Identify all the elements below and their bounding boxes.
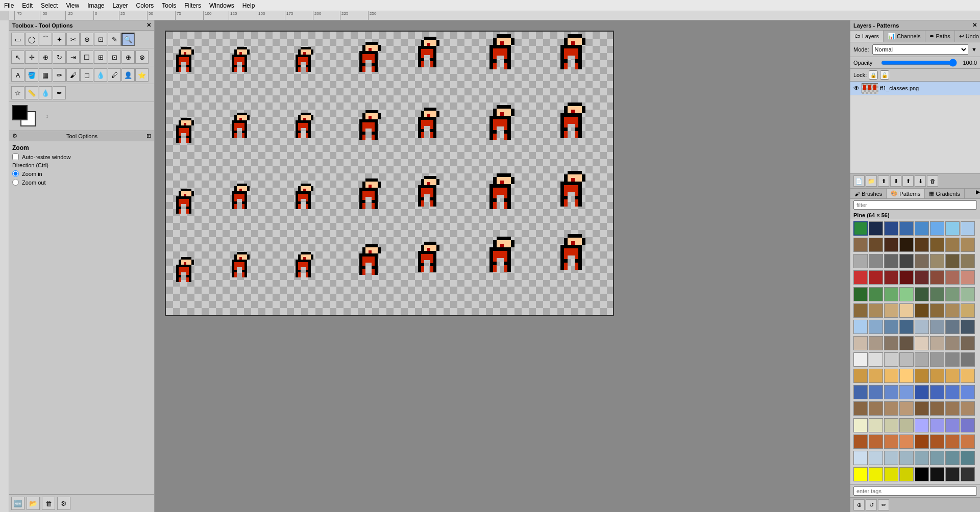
pattern-swatch[interactable] xyxy=(915,434,929,449)
pattern-swatch[interactable] xyxy=(869,221,883,236)
tab-layers[interactable]: 🗂 Layers xyxy=(850,31,884,42)
tool-options-expand[interactable]: ⊞ xyxy=(146,133,151,139)
pattern-swatch[interactable] xyxy=(853,320,868,334)
pattern-swatch[interactable] xyxy=(945,369,960,383)
tool-ellipse-select[interactable]: ◯ xyxy=(25,33,38,46)
pattern-swatch[interactable] xyxy=(961,336,975,350)
pattern-swatch[interactable] xyxy=(899,434,914,449)
pattern-swatch[interactable] xyxy=(945,467,960,481)
pattern-swatch[interactable] xyxy=(945,451,960,465)
pattern-swatch[interactable] xyxy=(945,287,960,301)
pattern-swatch[interactable] xyxy=(930,287,944,301)
pattern-swatch[interactable] xyxy=(884,303,898,318)
pattern-swatch[interactable] xyxy=(869,434,883,449)
pattern-swatch[interactable] xyxy=(853,369,868,383)
pattern-swatch[interactable] xyxy=(884,254,898,268)
pattern-swatch[interactable] xyxy=(869,401,883,416)
tool-scale[interactable]: ⇥ xyxy=(66,50,80,64)
tool-paths[interactable]: ✒ xyxy=(53,86,66,99)
tool-gradient[interactable]: ▦ xyxy=(39,68,52,82)
pattern-swatch[interactable] xyxy=(884,401,898,416)
pattern-swatch[interactable] xyxy=(884,369,898,383)
auto-resize-checkbox[interactable] xyxy=(12,153,19,160)
pattern-swatch[interactable] xyxy=(853,401,868,416)
pattern-swatch[interactable] xyxy=(930,320,944,334)
menu-select[interactable]: Select xyxy=(37,1,62,10)
foreground-color-swatch[interactable] xyxy=(12,105,28,120)
preferences-button[interactable]: ⚙ xyxy=(57,497,70,510)
pattern-swatch[interactable] xyxy=(869,287,883,301)
pattern-swatch[interactable] xyxy=(869,467,883,481)
pattern-swatch[interactable] xyxy=(915,238,929,252)
pattern-swatch[interactable] xyxy=(884,467,898,481)
tool-free-select[interactable]: ⌒ xyxy=(39,33,52,46)
pattern-swatch[interactable] xyxy=(945,385,960,399)
tool-crop[interactable]: ⊕ xyxy=(39,50,52,64)
pattern-swatch[interactable] xyxy=(884,418,898,432)
pattern-swatch[interactable] xyxy=(915,352,929,367)
pattern-swatch[interactable] xyxy=(945,320,960,334)
tool-ink[interactable]: 🖊 xyxy=(108,68,121,82)
pattern-swatch[interactable] xyxy=(961,320,975,334)
pattern-swatch[interactable] xyxy=(930,336,944,350)
pattern-swatch[interactable] xyxy=(930,270,944,285)
pattern-swatch[interactable] xyxy=(869,254,883,268)
tool-clone2[interactable]: 👤 xyxy=(121,68,135,82)
opacity-slider[interactable] xyxy=(881,59,957,66)
pattern-swatch[interactable] xyxy=(915,221,929,236)
pattern-swatch[interactable] xyxy=(961,287,975,301)
tab-brushes[interactable]: 🖌 Brushes xyxy=(850,189,887,198)
menu-view[interactable]: View xyxy=(62,1,83,10)
pattern-swatch[interactable] xyxy=(930,401,944,416)
pattern-swatch[interactable] xyxy=(853,467,868,481)
duplicate-layer-button[interactable]: ⬆ xyxy=(902,175,914,187)
pattern-swatch[interactable] xyxy=(961,385,975,399)
tool-foreground-select[interactable]: ⊡ xyxy=(94,33,107,46)
pattern-refresh-button[interactable]: ↺ xyxy=(866,499,877,510)
pattern-swatch[interactable] xyxy=(869,320,883,334)
pattern-swatch[interactable] xyxy=(961,369,975,383)
pattern-swatch[interactable] xyxy=(915,254,929,268)
pattern-swatch[interactable] xyxy=(915,385,929,399)
menu-layer[interactable]: Layer xyxy=(109,1,132,10)
layer-item[interactable]: 👁 ff1_classes.png xyxy=(850,82,980,95)
pattern-swatch[interactable] xyxy=(899,287,914,301)
tool-measure[interactable]: 📏 xyxy=(25,86,38,99)
pattern-swatch[interactable] xyxy=(853,418,868,432)
zoom-in-radio[interactable] xyxy=(12,170,19,177)
pattern-swatch[interactable] xyxy=(853,221,868,236)
lock-pixels-button[interactable]: 🔒 xyxy=(869,70,878,80)
canvas-area[interactable] xyxy=(155,20,850,512)
tool-rect-select[interactable]: ▭ xyxy=(11,33,24,46)
pattern-swatch[interactable] xyxy=(961,467,975,481)
pattern-swatch[interactable] xyxy=(853,434,868,449)
pattern-swatch[interactable] xyxy=(899,238,914,252)
pattern-swatch[interactable] xyxy=(869,352,883,367)
tab-gradients[interactable]: ▦ Gradients xyxy=(925,189,965,198)
tab-paths[interactable]: ✒ Paths xyxy=(925,31,955,42)
pattern-swatch[interactable] xyxy=(945,336,960,350)
pattern-filter-input[interactable] xyxy=(853,200,977,210)
menu-image[interactable]: Image xyxy=(83,1,108,10)
tool-clone[interactable]: ⊕ xyxy=(121,50,135,64)
pattern-swatch[interactable] xyxy=(961,451,975,465)
pattern-swatch[interactable] xyxy=(899,451,914,465)
pattern-swatch[interactable] xyxy=(853,451,868,465)
pattern-swatch[interactable] xyxy=(945,434,960,449)
pattern-swatch[interactable] xyxy=(899,369,914,383)
pattern-swatch[interactable] xyxy=(853,238,868,252)
pattern-swatch[interactable] xyxy=(915,418,929,432)
tool-colorpicker[interactable]: 💧 xyxy=(39,86,52,99)
pattern-swatch[interactable] xyxy=(915,336,929,350)
tool-perspective[interactable]: ⊞ xyxy=(94,50,107,64)
pattern-swatch[interactable] xyxy=(930,434,944,449)
zoom-out-radio[interactable] xyxy=(12,179,19,186)
pattern-swatch[interactable] xyxy=(884,320,898,334)
tool-smudge[interactable]: ⭐ xyxy=(135,68,149,82)
pattern-swatch[interactable] xyxy=(899,467,914,481)
pattern-swatch[interactable] xyxy=(945,401,960,416)
pattern-swatch[interactable] xyxy=(884,238,898,252)
pattern-swatch[interactable] xyxy=(945,270,960,285)
pattern-swatch[interactable] xyxy=(930,221,944,236)
pattern-swatch[interactable] xyxy=(915,451,929,465)
